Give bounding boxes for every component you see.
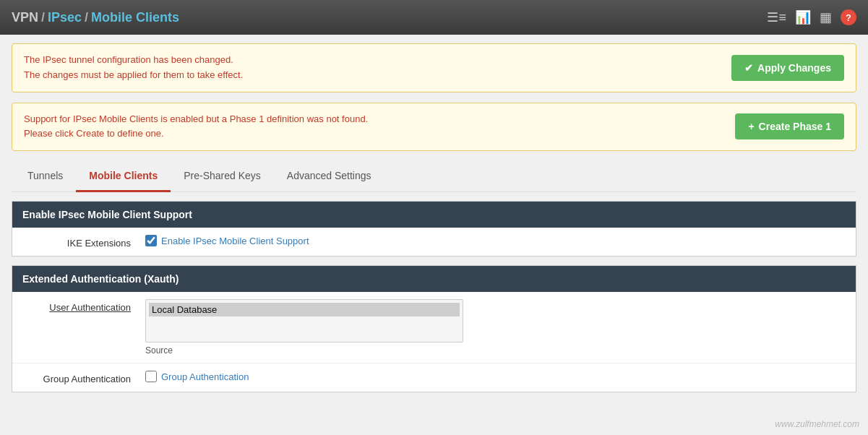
create-phase1-label: Create Phase 1	[759, 121, 831, 132]
ike-checkbox-text: Enable IPsec Mobile Client Support	[161, 236, 309, 246]
group-auth-control: Group Authentication	[142, 371, 856, 382]
alert-phase1-line1: Support for IPsec Mobile Clients is enab…	[24, 112, 368, 127]
group-auth-checkbox[interactable]	[145, 371, 157, 382]
tab-pre-shared-keys[interactable]: Pre-Shared Keys	[171, 161, 274, 192]
tab-advanced-settings[interactable]: Advanced Settings	[274, 161, 384, 192]
group-auth-row: Group Authentication Group Authenticatio…	[12, 363, 856, 392]
topbar: VPN / IPsec / Mobile Clients ☰≡ 📊 ▦ ?	[0, 0, 868, 35]
breadcrumb-sep1: /	[41, 10, 45, 25]
topbar-icons: ☰≡ 📊 ▦ ?	[767, 9, 856, 25]
breadcrumb-vpn[interactable]: VPN	[12, 10, 38, 25]
main-content: The IPsec tunnel configuration has been …	[0, 35, 868, 401]
user-auth-select[interactable]: Local Database	[145, 299, 463, 343]
breadcrumb-sep2: /	[85, 10, 88, 25]
ipsec-mobile-panel: Enable IPsec Mobile Client Support IKE E…	[12, 201, 856, 257]
breadcrumb: VPN / IPsec / Mobile Clients	[12, 10, 179, 25]
user-auth-row: User Authentication Local Database Sourc…	[12, 292, 856, 363]
user-auth-label[interactable]: User Authentication	[12, 299, 142, 313]
ipsec-mobile-header: Enable IPsec Mobile Client Support	[12, 202, 856, 228]
table-icon[interactable]: ▦	[820, 9, 832, 25]
ike-extensions-control: Enable IPsec Mobile Client Support	[142, 235, 856, 246]
alert-config-text: The IPsec tunnel configuration has been …	[24, 53, 243, 83]
group-auth-checkbox-text: Group Authentication	[161, 371, 249, 382]
alert-line2: The changes must be applied for them to …	[24, 68, 243, 83]
ike-checkbox[interactable]	[145, 235, 157, 246]
group-auth-label: Group Authentication	[12, 371, 142, 384]
apply-changes-label: Apply Changes	[757, 62, 831, 74]
xauth-panel: Extended Authentication (Xauth) User Aut…	[12, 265, 856, 392]
sliders-icon[interactable]: ☰≡	[767, 9, 786, 25]
ike-extensions-label: IKE Extensions	[12, 235, 142, 249]
breadcrumb-ipsec[interactable]: IPsec	[48, 10, 82, 25]
tabs: Tunnels Mobile Clients Pre-Shared Keys A…	[12, 161, 856, 192]
user-auth-option-local-db[interactable]: Local Database	[149, 303, 460, 316]
create-phase1-button[interactable]: + Create Phase 1	[735, 113, 844, 139]
alert-phase1-text: Support for IPsec Mobile Clients is enab…	[24, 112, 368, 142]
group-auth-checkbox-label[interactable]: Group Authentication	[145, 371, 856, 382]
tab-tunnels[interactable]: Tunnels	[14, 161, 76, 192]
chart-icon[interactable]: 📊	[795, 9, 811, 25]
alert-config-changed: The IPsec tunnel configuration has been …	[12, 43, 856, 92]
plus-icon: +	[748, 121, 754, 132]
alert-no-phase1: Support for IPsec Mobile Clients is enab…	[12, 103, 856, 152]
alert-line1: The IPsec tunnel configuration has been …	[24, 53, 243, 68]
user-auth-control: Local Database Source	[142, 299, 856, 356]
ike-extensions-row: IKE Extensions Enable IPsec Mobile Clien…	[12, 228, 856, 256]
xauth-header: Extended Authentication (Xauth)	[12, 266, 856, 292]
tab-mobile-clients[interactable]: Mobile Clients	[76, 161, 171, 192]
apply-changes-button[interactable]: ✔ Apply Changes	[731, 55, 844, 81]
checkmark-icon: ✔	[744, 62, 753, 74]
help-icon[interactable]: ?	[841, 9, 856, 25]
alert-phase1-line2: Please click Create to define one.	[24, 126, 368, 142]
breadcrumb-mobile-clients[interactable]: Mobile Clients	[91, 10, 179, 25]
source-label: Source	[145, 345, 856, 356]
ike-checkbox-label[interactable]: Enable IPsec Mobile Client Support	[145, 235, 856, 246]
